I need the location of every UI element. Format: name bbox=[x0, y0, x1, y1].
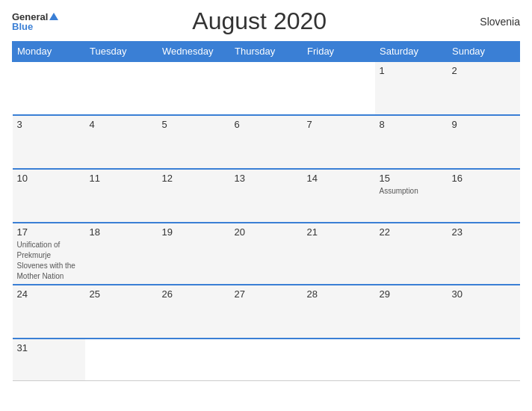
col-thursday: Thursday bbox=[230, 42, 303, 62]
day-number: 30 bbox=[452, 288, 516, 300]
day-number: 16 bbox=[452, 173, 516, 184]
day-cell bbox=[85, 61, 158, 115]
col-friday: Friday bbox=[303, 42, 375, 62]
day-number: 14 bbox=[307, 173, 371, 184]
day-number: 7 bbox=[307, 119, 371, 130]
day-cell bbox=[158, 61, 230, 115]
day-cell bbox=[158, 339, 230, 380]
day-cell: 7 bbox=[303, 115, 375, 169]
day-number: 24 bbox=[17, 288, 81, 300]
day-number: 11 bbox=[90, 173, 153, 184]
day-number: 20 bbox=[235, 226, 298, 238]
logo-blue-text: Blue bbox=[12, 22, 33, 31]
day-number: 18 bbox=[90, 226, 153, 238]
day-cell bbox=[13, 61, 85, 115]
logo: General Blue bbox=[12, 12, 58, 31]
day-cell: 5 bbox=[158, 115, 230, 169]
day-cell: 26 bbox=[158, 285, 230, 339]
week-row-1: 12 bbox=[13, 61, 520, 115]
day-cell: 29 bbox=[375, 285, 448, 339]
day-cell: 31 bbox=[13, 339, 85, 380]
day-number: 31 bbox=[17, 342, 81, 353]
day-cell: 10 bbox=[13, 169, 85, 223]
day-number: 1 bbox=[380, 65, 443, 76]
day-cell: 24 bbox=[13, 285, 85, 339]
week-row-5: 24252627282930 bbox=[13, 285, 520, 339]
day-number: 26 bbox=[162, 288, 226, 300]
logo-triangle-icon bbox=[49, 13, 58, 20]
col-tuesday: Tuesday bbox=[85, 42, 158, 62]
col-monday: Monday bbox=[13, 42, 85, 62]
day-number: 22 bbox=[380, 226, 443, 238]
day-cell: 12 bbox=[158, 169, 230, 223]
day-cell: 2 bbox=[448, 61, 520, 115]
day-cell bbox=[303, 61, 375, 115]
day-cell: 4 bbox=[85, 115, 158, 169]
day-cell bbox=[230, 339, 303, 380]
day-number: 6 bbox=[235, 119, 298, 130]
day-cell bbox=[303, 339, 375, 380]
day-number: 2 bbox=[452, 65, 516, 76]
day-number: 9 bbox=[452, 119, 516, 130]
day-number: 27 bbox=[235, 288, 298, 300]
day-cell: 20 bbox=[230, 223, 303, 285]
day-cell: 30 bbox=[448, 285, 520, 339]
day-cell: 3 bbox=[13, 115, 85, 169]
day-cell: 25 bbox=[85, 285, 158, 339]
day-number: 23 bbox=[452, 226, 516, 238]
week-row-2: 3456789 bbox=[13, 115, 520, 169]
calendar-header: General Blue August 2020 Slovenia bbox=[12, 7, 520, 35]
day-number: 4 bbox=[90, 119, 153, 130]
day-number: 5 bbox=[162, 119, 226, 130]
country-label: Slovenia bbox=[460, 16, 520, 28]
col-saturday: Saturday bbox=[375, 42, 448, 62]
day-number: 19 bbox=[162, 226, 226, 238]
logo-general-text: General bbox=[12, 12, 48, 22]
day-cell: 23 bbox=[448, 223, 520, 285]
day-cell: 6 bbox=[230, 115, 303, 169]
day-cell bbox=[230, 61, 303, 115]
day-cell: 19 bbox=[158, 223, 230, 285]
day-number: 28 bbox=[307, 288, 371, 300]
day-event: Assumption bbox=[380, 187, 418, 195]
day-cell: 9 bbox=[448, 115, 520, 169]
day-number: 10 bbox=[17, 173, 81, 184]
col-sunday: Sunday bbox=[448, 42, 520, 62]
day-cell bbox=[85, 339, 158, 380]
day-cell: 16 bbox=[448, 169, 520, 223]
day-number: 3 bbox=[17, 119, 81, 130]
day-cell: 27 bbox=[230, 285, 303, 339]
day-cell: 14 bbox=[303, 169, 375, 223]
day-number: 13 bbox=[235, 173, 298, 184]
calendar-table: Monday Tuesday Wednesday Thursday Friday… bbox=[12, 41, 520, 381]
day-cell: 28 bbox=[303, 285, 375, 339]
day-number: 21 bbox=[307, 226, 371, 238]
day-cell bbox=[375, 339, 448, 380]
week-row-3: 101112131415Assumption16 bbox=[13, 169, 520, 223]
day-cell: 22 bbox=[375, 223, 448, 285]
col-wednesday: Wednesday bbox=[158, 42, 230, 62]
day-cell: 13 bbox=[230, 169, 303, 223]
day-cell: 11 bbox=[85, 169, 158, 223]
day-cell: 8 bbox=[375, 115, 448, 169]
day-number: 17 bbox=[17, 226, 81, 238]
day-cell: 21 bbox=[303, 223, 375, 285]
calendar-wrapper: General Blue August 2020 Slovenia Monday… bbox=[0, 0, 532, 411]
day-number: 15 bbox=[380, 173, 443, 184]
day-cell: 17Unification of Prekmurje Slovenes with… bbox=[13, 223, 85, 285]
day-number: 12 bbox=[162, 173, 226, 184]
day-number: 8 bbox=[380, 119, 443, 130]
day-number: 25 bbox=[90, 288, 153, 300]
day-number: 29 bbox=[380, 288, 443, 300]
day-cell: 15Assumption bbox=[375, 169, 448, 223]
day-cell: 1 bbox=[375, 61, 448, 115]
day-cell: 18 bbox=[85, 223, 158, 285]
header-row: Monday Tuesday Wednesday Thursday Friday… bbox=[13, 42, 520, 62]
week-row-4: 17Unification of Prekmurje Slovenes with… bbox=[13, 223, 520, 285]
month-title: August 2020 bbox=[58, 7, 460, 35]
day-event: Unification of Prekmurje Slovenes with t… bbox=[17, 241, 75, 280]
day-cell bbox=[448, 339, 520, 380]
week-row-6: 31 bbox=[13, 339, 520, 380]
